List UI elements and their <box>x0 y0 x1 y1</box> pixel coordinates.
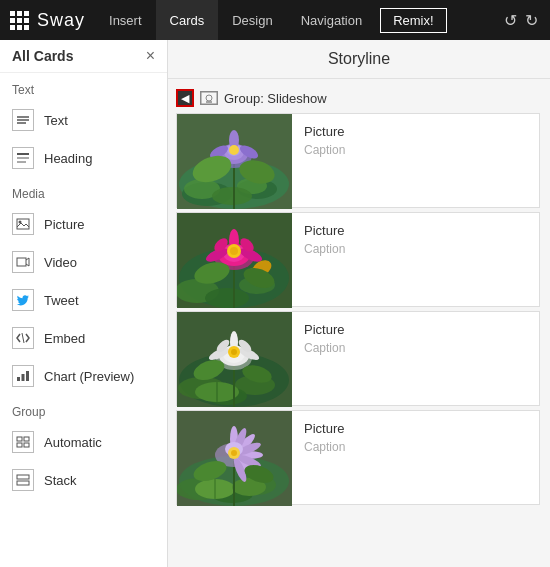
embed-icon <box>12 327 34 349</box>
picture-card-2: Picture Caption <box>176 212 540 307</box>
sidebar-item-tweet-label: Tweet <box>44 293 79 308</box>
card-3-info: Picture Caption <box>292 312 539 405</box>
sidebar-item-heading[interactable]: Heading <box>0 139 167 177</box>
svg-point-80 <box>231 349 237 355</box>
card-3-title: Picture <box>304 322 527 337</box>
svg-point-20 <box>206 95 212 101</box>
storyline-title: Storyline <box>328 50 390 67</box>
tab-cards[interactable]: Cards <box>156 0 219 40</box>
sidebar-item-automatic-label: Automatic <box>44 435 102 450</box>
automatic-icon <box>12 431 34 453</box>
section-text-label: Text <box>0 73 167 101</box>
sidebar-item-text[interactable]: Text <box>0 101 167 139</box>
group-label: Group: Slideshow <box>224 91 327 106</box>
card-1-caption: Caption <box>304 143 527 157</box>
collapse-icon: ◀ <box>181 93 189 104</box>
svg-rect-8 <box>17 258 26 266</box>
sidebar-title: All Cards <box>12 48 73 64</box>
sidebar-item-chart-label: Chart (Preview) <box>44 369 134 384</box>
thumbnail-3 <box>177 312 292 407</box>
thumbnail-2 <box>177 213 292 308</box>
svg-point-103 <box>231 450 237 456</box>
topbar: Sway Insert Cards Design Navigation Remi… <box>0 0 550 40</box>
stack-icon <box>12 469 34 491</box>
svg-point-21 <box>206 101 208 103</box>
close-button[interactable]: × <box>146 48 155 64</box>
svg-point-30 <box>212 187 252 205</box>
section-media-label: Media <box>0 177 167 205</box>
tab-design[interactable]: Design <box>218 0 286 40</box>
svg-rect-18 <box>17 481 29 485</box>
sidebar-item-picture[interactable]: Picture <box>0 205 167 243</box>
storyline-content: ◀ Group: Slideshow <box>168 79 550 567</box>
nav-tabs: Insert Cards Design Navigation Remix! <box>95 0 447 40</box>
svg-point-39 <box>229 145 239 155</box>
svg-rect-16 <box>24 443 29 447</box>
svg-point-23 <box>210 101 212 103</box>
card-2-title: Picture <box>304 223 527 238</box>
tab-navigation[interactable]: Navigation <box>287 0 376 40</box>
storyline-header: Storyline <box>168 40 550 79</box>
redo-button[interactable]: ↻ <box>521 11 542 30</box>
card-4-title: Picture <box>304 421 527 436</box>
svg-rect-17 <box>17 475 29 479</box>
svg-point-46 <box>205 288 249 308</box>
sidebar-item-stack-label: Stack <box>44 473 77 488</box>
sidebar-item-stack[interactable]: Stack <box>0 461 167 499</box>
logo-area: Sway <box>0 0 95 40</box>
sidebar-item-embed[interactable]: Embed <box>0 319 167 357</box>
picture-icon <box>12 213 34 235</box>
sidebar-item-text-label: Text <box>44 113 68 128</box>
card-1-title: Picture <box>304 124 527 139</box>
sidebar-item-heading-label: Heading <box>44 151 92 166</box>
heading-icon <box>12 147 34 169</box>
picture-card-4: Picture Caption <box>176 410 540 505</box>
sidebar-item-embed-label: Embed <box>44 331 85 346</box>
sidebar-content: Text Text <box>0 73 167 567</box>
sidebar-item-video-label: Video <box>44 255 77 270</box>
video-icon <box>12 251 34 273</box>
card-4-info: Picture Caption <box>292 411 539 504</box>
card-2-info: Picture Caption <box>292 213 539 306</box>
sidebar-item-automatic[interactable]: Automatic <box>0 423 167 461</box>
slideshow-icon <box>200 91 218 105</box>
svg-rect-6 <box>17 219 29 229</box>
tweet-icon <box>12 289 34 311</box>
svg-point-22 <box>208 101 210 103</box>
collapse-button[interactable]: ◀ <box>176 89 194 107</box>
svg-rect-13 <box>17 437 22 441</box>
svg-rect-12 <box>26 371 29 381</box>
text-icon <box>12 109 34 131</box>
chart-icon <box>12 365 34 387</box>
card-2-caption: Caption <box>304 242 527 256</box>
tab-insert[interactable]: Insert <box>95 0 156 40</box>
sidebar-item-picture-label: Picture <box>44 217 84 232</box>
svg-rect-10 <box>17 377 20 381</box>
section-group-label: Group <box>0 395 167 423</box>
card-1-info: Picture Caption <box>292 114 539 207</box>
sidebar-item-tweet[interactable]: Tweet <box>0 281 167 319</box>
undo-button[interactable]: ↺ <box>500 11 521 30</box>
remix-button[interactable]: Remix! <box>380 8 446 33</box>
sidebar-item-video[interactable]: Video <box>0 243 167 281</box>
picture-card-1: Picture Caption <box>176 113 540 208</box>
app-logo: Sway <box>37 10 85 31</box>
card-4-caption: Caption <box>304 440 527 454</box>
thumbnail-4 <box>177 411 292 506</box>
svg-point-57 <box>230 247 238 255</box>
sidebar-header: All Cards × <box>0 40 167 73</box>
svg-rect-14 <box>24 437 29 441</box>
group-header: ◀ Group: Slideshow <box>176 89 540 107</box>
thumbnail-1 <box>177 114 292 209</box>
svg-rect-15 <box>17 443 22 447</box>
card-3-caption: Caption <box>304 341 527 355</box>
picture-card-3: Picture Caption <box>176 311 540 406</box>
sidebar: All Cards × Text Text <box>0 40 168 567</box>
nav-arrows: ↺ ↻ <box>492 11 550 30</box>
main-layout: All Cards × Text Text <box>0 40 550 567</box>
sidebar-item-chart[interactable]: Chart (Preview) <box>0 357 167 395</box>
app-grid-icon[interactable] <box>10 11 29 30</box>
storyline-area: Storyline ◀ Group: Slideshow <box>168 40 550 567</box>
svg-line-9 <box>22 333 24 343</box>
svg-rect-11 <box>22 374 25 381</box>
